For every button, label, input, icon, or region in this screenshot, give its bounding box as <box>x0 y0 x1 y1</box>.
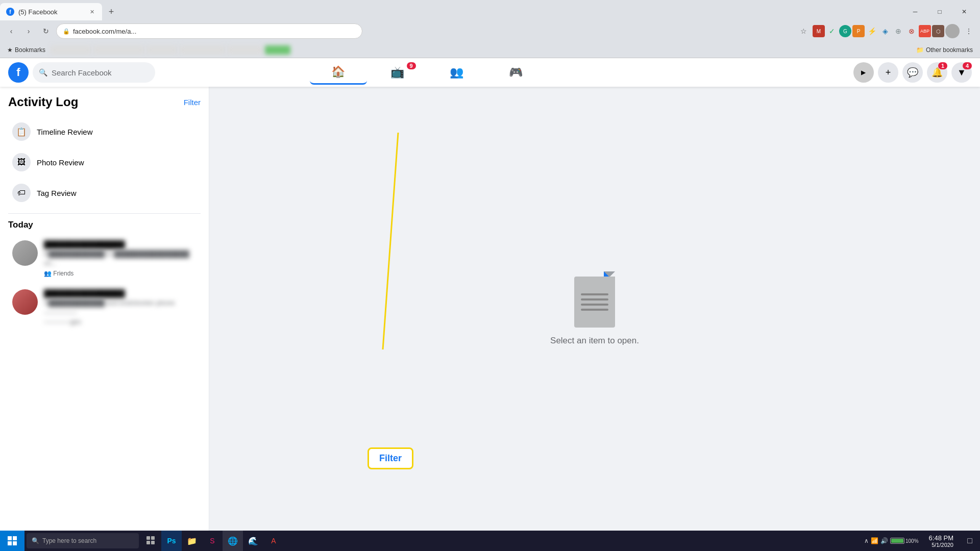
ext-icon-6[interactable]: ◈ <box>879 25 891 37</box>
doc-body <box>574 277 615 328</box>
edge-taskbar[interactable]: 🌊 <box>243 531 263 551</box>
ext-icon-8[interactable]: ⊗ <box>905 25 918 37</box>
bookmark-item-5[interactable] <box>227 45 263 55</box>
ext-icon-7[interactable]: ⊕ <box>892 25 904 37</box>
tray-expand-icon[interactable]: ∧ <box>864 537 869 544</box>
ext-icon-9[interactable]: ABP <box>919 25 931 37</box>
ext-icon-1[interactable]: M <box>813 25 825 37</box>
document-icon <box>569 271 620 328</box>
files-taskbar[interactable]: 📁 <box>182 531 202 551</box>
nav-gaming[interactable]: 🎮 <box>487 60 545 85</box>
search-icon-taskbar: 🔍 <box>32 537 39 544</box>
bookmarks-folder[interactable]: ★ Bookmarks <box>4 45 48 55</box>
start-button[interactable] <box>0 531 24 551</box>
ext-icon-3[interactable]: G <box>839 25 851 37</box>
bookmark-star-icon[interactable]: ☆ <box>796 24 811 38</box>
action-center-button[interactable]: □ <box>960 531 980 551</box>
task-view-button[interactable] <box>141 531 161 551</box>
photoshop-taskbar[interactable]: Ps <box>161 531 182 551</box>
minimize-button[interactable]: ─ <box>903 3 927 20</box>
task-view-icon <box>146 536 156 545</box>
tab-close-button[interactable]: ✕ <box>88 8 96 16</box>
taskbar-search[interactable]: 🔍 Type here to search <box>27 533 139 548</box>
activity-text-2: ████████████████ S████████████ and end/s… <box>44 289 197 327</box>
header-right: ▶ + 💬 🔔 1 ▼ 4 <box>853 62 972 83</box>
filter-callout[interactable]: Filter <box>368 447 413 469</box>
svg-rect-7 <box>146 541 150 544</box>
search-placeholder: Search Facebook <box>52 68 112 77</box>
other-bookmarks[interactable]: 📁 Other bookmarks <box>913 45 976 55</box>
ext-icon-2[interactable]: ✓ <box>826 25 838 37</box>
slack-taskbar[interactable]: S <box>202 531 223 551</box>
bookmark-item-6[interactable] <box>265 45 290 55</box>
ext-icon-5[interactable]: ⚡ <box>866 25 878 37</box>
svg-rect-4 <box>13 541 17 545</box>
back-button[interactable]: ‹ <box>4 24 18 38</box>
friends-icon: 👥 <box>450 66 463 79</box>
plus-icon: + <box>886 67 891 78</box>
gaming-icon: 🎮 <box>509 66 523 79</box>
svg-rect-5 <box>146 536 150 540</box>
account-menu-button[interactable]: ▼ 4 <box>951 62 972 83</box>
tag-review-label: Tag Review <box>37 189 77 197</box>
close-button[interactable]: ✕ <box>952 3 976 20</box>
forward-button[interactable]: › <box>21 24 36 38</box>
timeline-review-item[interactable]: 📋 Timeline Review <box>8 117 201 146</box>
photoshop-icon: Ps <box>167 537 176 545</box>
activity-item-1[interactable]: ████████████████ E████████████ to ██████… <box>8 236 201 281</box>
chrome-icon: 🌐 <box>228 536 238 546</box>
clock[interactable]: 6:48 PM 5/1/2020 <box>923 534 960 548</box>
activity-text-1: ████████████████ E████████████ to ██████… <box>44 240 197 277</box>
tag-review-item[interactable]: 🏷 Tag Review <box>8 179 201 207</box>
nav-friends[interactable]: 👥 <box>428 60 485 85</box>
active-tab[interactable]: f (5) Facebook ✕ <box>0 3 102 20</box>
bookmark-item-2[interactable] <box>93 45 144 55</box>
nav-videos[interactable]: 📺 9 <box>369 60 426 85</box>
add-button[interactable]: + <box>878 62 898 83</box>
svg-rect-8 <box>151 541 155 544</box>
new-tab-button[interactable]: + <box>104 5 118 19</box>
more-options-icon[interactable]: ⋮ <box>962 24 976 38</box>
other-bookmarks-label: Other bookmarks <box>926 46 973 54</box>
ext-icon-4[interactable]: P <box>852 25 865 37</box>
search-icon: 🔍 <box>39 68 47 77</box>
network-icon[interactable]: 📶 <box>871 537 878 544</box>
profile-icon[interactable] <box>945 24 960 38</box>
acrobat-taskbar[interactable]: A <box>263 531 284 551</box>
empty-state: Select an item to open. <box>550 271 639 346</box>
maximize-button[interactable]: □ <box>928 3 951 20</box>
window-controls: ─ □ ✕ <box>903 3 980 20</box>
empty-state-text: Select an item to open. <box>550 336 639 346</box>
doc-line-4 <box>581 309 608 311</box>
photo-review-label: Photo Review <box>37 158 84 167</box>
ext-icon-10[interactable]: ⬡ <box>932 25 944 37</box>
reload-button[interactable]: ↻ <box>39 24 53 38</box>
chrome-taskbar[interactable]: 🌐 <box>223 531 243 551</box>
filter-link[interactable]: Filter <box>184 98 201 107</box>
address-bar[interactable]: 🔒 facebook.com/me/a... <box>56 23 362 39</box>
bookmark-item-1[interactable] <box>51 45 91 55</box>
svg-rect-2 <box>13 536 17 540</box>
volume-icon[interactable]: 🔊 <box>880 537 888 544</box>
activity-item-2[interactable]: ████████████████ S████████████ and end/s… <box>8 285 201 331</box>
activity-log-title: Activity Log <box>8 95 78 109</box>
today-section-title: Today <box>8 220 201 230</box>
nav-home[interactable]: 🏠 <box>310 60 367 85</box>
bookmark-item-4[interactable] <box>179 45 225 55</box>
facebook-header: f 🔍 Search Facebook 🏠 📺 9 👥 🎮 ▶ + 💬 🔔 <box>0 58 980 87</box>
files-icon: 📁 <box>187 536 197 546</box>
home-icon: 🏠 <box>331 65 345 79</box>
facebook-logo[interactable]: f <box>8 62 29 83</box>
bookmark-item-3[interactable] <box>146 45 177 55</box>
avatar-1 <box>12 240 38 266</box>
lock-icon: 🔒 <box>63 28 70 35</box>
profile-menu-button[interactable]: ▶ <box>853 62 874 83</box>
photo-review-icon: 🖼 <box>12 153 31 171</box>
notifications-button[interactable]: 🔔 1 <box>927 62 947 83</box>
taskbar-right: ∧ 📶 🔊 100% 6:48 PM 5/1/2020 □ <box>860 531 980 551</box>
account-badge: 4 <box>963 62 972 69</box>
photo-review-item[interactable]: 🖼 Photo Review <box>8 148 201 177</box>
svg-rect-3 <box>8 541 12 545</box>
messenger-button[interactable]: 💬 <box>902 62 923 83</box>
search-box[interactable]: 🔍 Search Facebook <box>33 62 155 83</box>
